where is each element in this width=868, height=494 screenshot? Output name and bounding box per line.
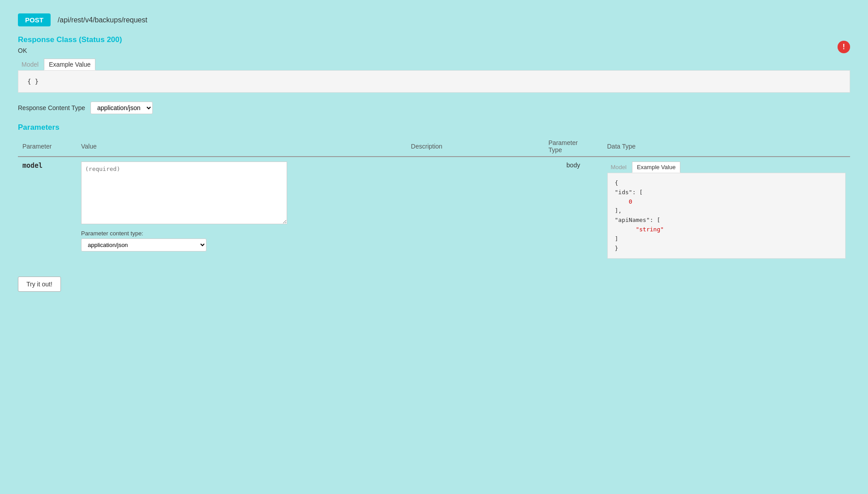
try-it-out-button[interactable]: Try it out! (18, 277, 61, 292)
response-tabs: Model Example Value (18, 59, 850, 70)
param-type-cell: body (544, 157, 603, 263)
tab-example-value[interactable]: Example Value (44, 59, 95, 70)
response-status-text: OK (18, 47, 122, 54)
parameters-section: Parameters Parameter Value Description P… (18, 123, 850, 263)
data-type-tabs: Model Example Value (607, 162, 846, 173)
json-line4: ], (615, 207, 622, 214)
dt-tab-model[interactable]: Model (607, 162, 630, 172)
json-line6: "string" (629, 226, 664, 233)
alert-icon[interactable]: ! (838, 41, 850, 53)
endpoint-path: /api/rest/v4/backups/request (58, 16, 147, 24)
table-header-row: Parameter Value Description ParameterTyp… (18, 136, 850, 157)
response-content-type-row: Response Content Type application/json (18, 102, 850, 114)
dt-tab-example[interactable]: Example Value (632, 162, 680, 173)
tab-model[interactable]: Model (18, 59, 42, 70)
response-class-title: Response Class (Status 200) (18, 35, 122, 44)
parameters-table: Parameter Value Description ParameterTyp… (18, 136, 850, 263)
data-type-container: Model Example Value { "ids": [ 0 ], "api… (607, 162, 846, 259)
parameters-title: Parameters (18, 123, 850, 132)
response-content-type-select[interactable]: application/json (90, 102, 153, 114)
response-content-type-label: Response Content Type (18, 104, 85, 111)
param-content-type-label: Parameter content type: (81, 230, 402, 237)
param-value-textarea[interactable] (81, 162, 287, 224)
param-content-type-select[interactable]: application/json (81, 238, 206, 251)
json-line3: 0 (629, 198, 632, 205)
json-line2: "ids": [ (615, 189, 643, 196)
json-line7: ] (615, 235, 619, 242)
data-type-code-block: { "ids": [ 0 ], "apiNames": [ "string" ]… (607, 173, 846, 259)
param-name: model (22, 162, 43, 170)
post-method-badge[interactable]: POST (18, 13, 51, 26)
json-line5: "apiNames": [ (615, 217, 661, 223)
response-class-header: Response Class (Status 200) OK ! (18, 35, 850, 59)
endpoint-header: POST /api/rest/v4/backups/request (18, 13, 850, 26)
response-code-block: { } (18, 70, 850, 93)
table-row: model Parameter content type: applicatio… (18, 157, 850, 263)
description-cell (407, 157, 544, 263)
col-parameter: Parameter (18, 136, 77, 157)
col-data-type: Data Type (603, 136, 851, 157)
json-line8: } (615, 245, 619, 251)
col-value: Value (77, 136, 407, 157)
col-description: Description (407, 136, 544, 157)
json-line1: { (615, 179, 619, 186)
col-parameter-type: ParameterType (544, 136, 603, 157)
page-container: POST /api/rest/v4/backups/request Respon… (9, 9, 859, 296)
